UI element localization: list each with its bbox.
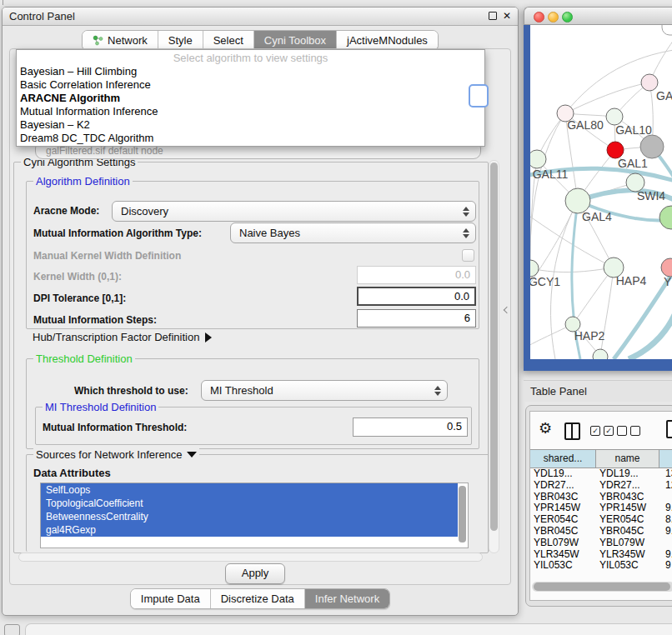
split-columns-icon[interactable]: [564, 422, 580, 440]
algorithm-prompt: Select algorithm to view settings: [17, 50, 484, 65]
table-panel-inner: ⚙ ✓✓ shared...name YDL19...YDL19...13YDR…: [529, 411, 672, 601]
mi-threshold-title: MI Threshold Definition: [43, 401, 158, 413]
zoom-traffic-light-icon[interactable]: [562, 12, 573, 22]
table-row[interactable]: YPR145WYPR145W9.: [530, 502, 672, 514]
network-node[interactable]: [640, 135, 664, 158]
column-header-2[interactable]: [659, 450, 672, 468]
which-threshold-label: Which threshold to use:: [74, 385, 188, 397]
attribute-item-gal4rgexp[interactable]: gal4RGexp: [41, 523, 458, 537]
table-row[interactable]: YER054CYER054C8.: [530, 514, 672, 526]
close-traffic-light-icon[interactable]: [534, 12, 544, 22]
node-table: shared...name YDL19...YDL19...13YDR27...…: [530, 449, 672, 572]
settings-hscroll-track[interactable]: [18, 552, 483, 562]
column-header-shared[interactable]: shared...: [530, 450, 596, 468]
table-row[interactable]: YBR045CYBR045C9.: [530, 526, 672, 538]
cyni-algorithm-settings-group: Cyni Algorithm Settings Algorithm Defini…: [13, 162, 489, 553]
table-cell: YBR043C: [596, 492, 659, 503]
network-node-gal10[interactable]: [606, 108, 623, 125]
network-window-titlebar[interactable]: [524, 7, 672, 25]
table-cell: YIL053C: [596, 560, 659, 572]
dpi-tolerance-label: DPI Tolerance [0,1]:: [33, 292, 126, 304]
control-panel-titlebar[interactable]: Control Panel ✕: [3, 8, 518, 26]
aracne-mode-combobox[interactable]: Discovery: [112, 201, 476, 222]
algorithm-option-aracne-algorithm[interactable]: ARACNE Algorithm: [17, 92, 484, 105]
table-row[interactable]: YBR043CYBR043C: [530, 492, 672, 503]
table-header-row: shared...name: [530, 449, 672, 468]
table-row[interactable]: YIL053CYIL053C9: [530, 560, 672, 572]
network-node[interactable]: [641, 74, 658, 91]
table-cell: YBR043C: [530, 492, 596, 503]
threshold-definition-title: Threshold Definition: [33, 352, 135, 365]
node-label-gal11: GAL11: [533, 168, 569, 181]
aracne-mode-value: Discovery: [121, 205, 168, 218]
list-scrollbar[interactable]: [459, 486, 466, 542]
data-attributes-list[interactable]: SelfLoopsTopologicalCoefficientBetweenne…: [40, 482, 469, 548]
network-node[interactable]: [659, 206, 672, 229]
bottom-tabbar: Impute DataDiscretize DataInfer Network: [3, 588, 518, 609]
network-node-gcy1[interactable]: [530, 260, 539, 277]
table-cell: 9: [659, 560, 672, 572]
minimize-traffic-light-icon[interactable]: [548, 12, 559, 22]
table-cell: YDR27...: [530, 480, 596, 492]
kernel-width-field[interactable]: 0.0: [357, 266, 476, 284]
table-hscrollbar-thumb[interactable]: [534, 582, 670, 591]
manual-kernel-checkbox[interactable]: [462, 249, 474, 262]
close-icon[interactable]: ✕: [503, 11, 511, 21]
table-cell: 13: [659, 468, 672, 480]
gear-icon[interactable]: ⚙: [539, 421, 552, 436]
algorithm-option-bayesian-hill-climbing[interactable]: Bayesian – Hill Climbing: [17, 65, 484, 78]
hub-definition-label: Hub/Transcription Factor Definition: [33, 331, 199, 343]
table-row[interactable]: YDL19...YDL19...13: [530, 468, 672, 480]
node-label-gal1: GAL1: [618, 157, 648, 170]
table-row[interactable]: YLR345WYLR345W9.: [530, 549, 672, 561]
table-cell: YBR045C: [596, 526, 659, 538]
network-graph: GAL8GAL80GAL10GAL1GAL11SWI4GAL4GCY1HAP4Y…: [530, 25, 672, 359]
tab-select[interactable]: Select: [203, 31, 254, 50]
tab-impute-data[interactable]: Impute Data: [131, 589, 211, 608]
unselect-all-columns-icon[interactable]: [617, 426, 640, 436]
tab-label: Discretize Data: [221, 589, 294, 608]
algorithm-option-mutual-information-inference[interactable]: Mutual Information Inference: [17, 105, 484, 118]
network-node[interactable]: [593, 349, 608, 359]
algorithm-option-bayesian-k2[interactable]: Bayesian – K2: [17, 118, 484, 132]
algorithm-combobox-edge[interactable]: [469, 84, 489, 108]
algorithm-option-dream8-dc-tdc-algorithm[interactable]: Dream8 DC_TDC Algorithm: [17, 132, 484, 145]
float-window-icon[interactable]: [489, 12, 497, 20]
attribute-item-selfloops[interactable]: SelfLoops: [41, 483, 458, 497]
attribute-item-betweennesscentrality[interactable]: BetweennessCentrality: [41, 510, 458, 523]
overview-control[interactable]: [662, 25, 672, 35]
dpi-tolerance-field[interactable]: 0.0: [357, 287, 476, 306]
tab-style[interactable]: Style: [158, 31, 203, 50]
attribute-item-topologicalcoefficient[interactable]: TopologicalCoefficient: [41, 497, 458, 510]
settings-scrollbar-thumb[interactable]: [490, 162, 498, 531]
mi-threshold-label: Mutual Information Threshold:: [43, 422, 187, 433]
collapsed-panel-icon[interactable]: [4, 624, 20, 635]
table-panel-titlebar[interactable]: Table Panel: [524, 380, 672, 402]
apply-button[interactable]: Apply: [225, 563, 285, 584]
settings-scrollbar[interactable]: [489, 160, 499, 553]
hub-definition-expander[interactable]: Hub/Transcription Factor Definition: [33, 331, 212, 343]
mi-threshold-field[interactable]: 0.5: [353, 418, 468, 437]
tab-discretize-data[interactable]: Discretize Data: [211, 589, 305, 608]
data-attributes-label: Data Attributes: [33, 467, 111, 479]
mi-steps-field[interactable]: 6: [357, 309, 476, 328]
select-all-columns-icon[interactable]: ✓✓: [590, 426, 614, 436]
export-table-icon[interactable]: [666, 420, 672, 438]
table-hscrollbar[interactable]: [532, 582, 672, 592]
column-header-name[interactable]: name: [596, 450, 659, 468]
tab-cyni-toolbox[interactable]: Cyni Toolbox: [254, 31, 337, 50]
network-canvas[interactable]: GAL8GAL80GAL10GAL1GAL11SWI4GAL4GCY1HAP4Y…: [530, 25, 672, 359]
mi-type-combobox[interactable]: Naive Bayes: [230, 222, 476, 243]
table-row[interactable]: YDR27...YDR27...12: [530, 480, 672, 492]
table-cell: YER054C: [596, 514, 659, 526]
algorithm-option-basic-correlation-inference[interactable]: Basic Correlation Inference: [17, 78, 484, 92]
table-row[interactable]: YBL079WYBL079W: [530, 538, 672, 549]
network-node-y[interactable]: [661, 258, 672, 277]
tab-label: Infer Network: [315, 589, 379, 608]
tab-network[interactable]: Network: [83, 31, 158, 50]
network-node-gal11[interactable]: [530, 150, 546, 168]
network-node-gal1[interactable]: [607, 142, 624, 158]
tab-jactivemnodules[interactable]: jActiveMNodules: [337, 31, 438, 50]
which-threshold-combobox[interactable]: MI Threshold: [201, 380, 448, 401]
tab-infer-network[interactable]: Infer Network: [305, 589, 389, 608]
